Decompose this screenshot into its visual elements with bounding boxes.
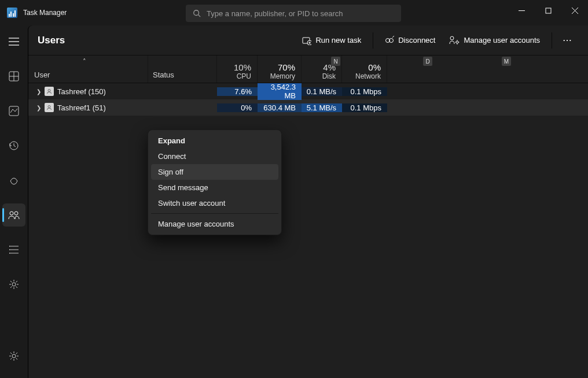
- sidebar-item-services[interactable]: [2, 273, 25, 296]
- manage-user-accounts-button[interactable]: Manage user accounts: [442, 32, 547, 49]
- cell-memory: 630.4 MB: [258, 103, 302, 112]
- svg-rect-12: [9, 106, 19, 116]
- svg-point-33: [48, 90, 50, 92]
- cell-cpu: 7.6%: [217, 87, 258, 96]
- app-title: Task Manager: [23, 9, 67, 17]
- ctx-expand[interactable]: Expand: [151, 133, 278, 149]
- sidebar-item-users[interactable]: [2, 203, 25, 227]
- column-header-memory[interactable]: 70% Memory: [258, 55, 302, 83]
- svg-point-23: [12, 354, 16, 358]
- svg-point-19: [9, 246, 10, 247]
- user-row[interactable]: ❯ Tashreef1 (51) 0% 630.4 MB 5.1 MB/s 0.…: [28, 99, 588, 116]
- run-task-icon: [302, 36, 311, 45]
- expand-chevron-icon[interactable]: ❯: [36, 88, 41, 95]
- minimize-button[interactable]: [508, 0, 535, 21]
- search-input[interactable]: Type a name, publisher, or PID to search: [186, 5, 401, 22]
- column-header-user[interactable]: ˄ User: [28, 55, 148, 83]
- disconnect-icon: [385, 36, 394, 45]
- sort-ascending-icon: ˄: [83, 58, 86, 65]
- svg-point-32: [456, 41, 458, 43]
- svg-point-34: [48, 106, 50, 108]
- memory-percent: 70%: [263, 62, 295, 72]
- cell-disk: 0.1 MB/s: [302, 87, 342, 96]
- col-status-label: Status: [153, 71, 212, 79]
- cell-disk: 5.1 MB/s: [302, 103, 342, 112]
- sidebar: [0, 25, 28, 378]
- ctx-connect[interactable]: Connect: [151, 149, 278, 164]
- sidebar-item-performance[interactable]: [2, 99, 25, 123]
- header-separator: [373, 32, 373, 49]
- disk-badge: N: [331, 57, 340, 66]
- user-avatar-icon: [45, 103, 54, 112]
- more-icon: ⋯: [563, 35, 573, 46]
- run-task-label: Run new task: [315, 36, 361, 45]
- cpu-label: CPU: [223, 72, 251, 80]
- disconnect-label: Disconnect: [398, 36, 435, 45]
- cell-memory: 3,542.3 MB: [258, 83, 302, 100]
- sidebar-item-app-history[interactable]: [2, 134, 25, 157]
- svg-point-15: [14, 212, 18, 215]
- column-header-status[interactable]: Status: [148, 55, 217, 83]
- sidebar-item-details[interactable]: [2, 238, 25, 261]
- context-menu-separator: [151, 213, 278, 214]
- page-title: Users: [38, 35, 65, 46]
- ctx-sign-off[interactable]: Sign off: [151, 164, 278, 180]
- network-label: Network: [348, 72, 381, 80]
- context-menu: Expand Connect Sign off Send message Swi…: [148, 129, 282, 235]
- cpu-percent: 10%: [223, 62, 251, 72]
- window-controls: [508, 0, 588, 21]
- app-icon: [7, 8, 17, 18]
- column-header-cpu[interactable]: 10% CPU: [217, 55, 258, 83]
- cell-cpu: 0%: [217, 103, 258, 112]
- hamburger-menu-button[interactable]: [2, 30, 25, 53]
- disk-label: Disk: [307, 72, 336, 80]
- svg-point-20: [9, 249, 10, 250]
- sidebar-item-settings[interactable]: [2, 344, 25, 368]
- close-button[interactable]: [561, 0, 588, 21]
- disconnect-button[interactable]: Disconnect: [378, 32, 442, 49]
- ctx-switch-user[interactable]: Switch user account: [151, 195, 278, 211]
- header-badge-m: M: [502, 57, 511, 66]
- user-name: Tashreef (150): [57, 87, 106, 96]
- column-header-network[interactable]: 0% Network: [342, 55, 387, 83]
- svg-point-21: [9, 253, 10, 254]
- ctx-manage-users[interactable]: Manage user accounts: [151, 216, 278, 232]
- network-percent: 0%: [348, 62, 381, 72]
- sidebar-item-processes[interactable]: [2, 65, 25, 88]
- expand-chevron-icon[interactable]: ❯: [36, 105, 41, 111]
- users-gear-icon: [449, 36, 460, 45]
- svg-line-30: [392, 36, 394, 38]
- search-placeholder: Type a name, publisher, or PID to search: [207, 9, 343, 18]
- manage-users-label: Manage user accounts: [464, 36, 540, 45]
- user-row[interactable]: ❯ Tashreef (150) 7.6% 3,542.3 MB 0.1 MB/…: [28, 83, 588, 99]
- maximize-button[interactable]: [535, 0, 561, 21]
- table-header: ˄ User Status 10% CPU 70% Memory N 4% Di…: [28, 55, 588, 83]
- cell-network: 0.1 Mbps: [342, 103, 387, 112]
- column-header-disk[interactable]: N 4% Disk: [302, 55, 342, 83]
- svg-point-31: [450, 36, 454, 40]
- sidebar-item-startup-apps[interactable]: [2, 169, 25, 192]
- more-options-button[interactable]: ⋯: [557, 31, 579, 49]
- user-avatar-icon: [45, 87, 54, 96]
- search-icon: [193, 9, 201, 17]
- ctx-send-message[interactable]: Send message: [151, 180, 278, 195]
- header-separator: [552, 32, 552, 49]
- col-user-label: User: [34, 71, 142, 79]
- cell-network: 0.1 Mbps: [342, 87, 387, 96]
- svg-line-1: [199, 15, 201, 17]
- svg-point-0: [194, 10, 199, 16]
- svg-point-14: [10, 212, 13, 215]
- main-panel: Users Run new task Disconnect Manage use: [28, 25, 588, 378]
- run-new-task-button[interactable]: Run new task: [295, 32, 368, 49]
- page-header: Users Run new task Disconnect Manage use: [28, 25, 588, 55]
- memory-label: Memory: [263, 72, 295, 80]
- svg-rect-3: [546, 8, 551, 13]
- header-badge-d: D: [423, 57, 432, 66]
- user-name: Tashreef1 (51): [57, 103, 106, 112]
- svg-point-22: [12, 283, 16, 286]
